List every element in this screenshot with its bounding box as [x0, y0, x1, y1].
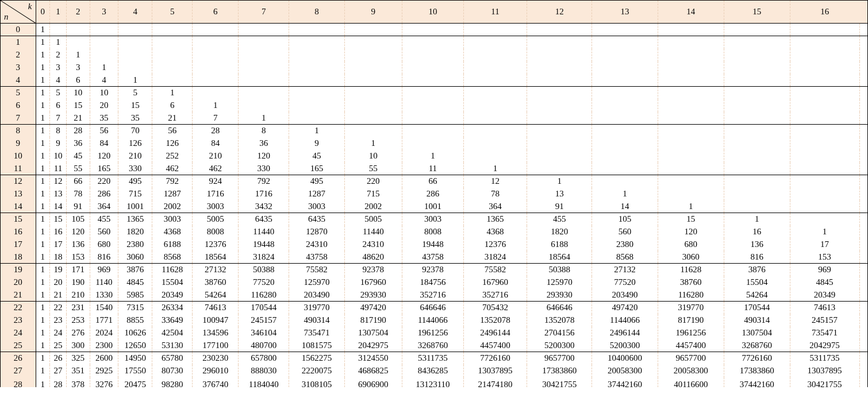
cell: [239, 61, 289, 74]
cell-value: 3: [56, 63, 60, 72]
cell: [724, 150, 790, 163]
cell: 17: [50, 238, 67, 251]
cell-value: 5311735: [418, 353, 448, 362]
cell: [592, 137, 658, 150]
cell-value: 11: [54, 164, 62, 173]
cell: 1307504: [344, 327, 402, 339]
cell-value: 6906900: [345, 380, 402, 387]
cell: 21: [50, 289, 67, 302]
cell-value: 3: [76, 63, 80, 72]
cell: [344, 61, 402, 74]
cell: [790, 74, 859, 87]
cell: 3432: [239, 200, 289, 213]
cell: 11628: [152, 264, 193, 276]
cell-value: 8: [56, 126, 60, 135]
cell: 490314: [724, 314, 790, 327]
cell: 1: [344, 137, 402, 150]
cell: [724, 163, 790, 175]
cell: 245157: [790, 314, 859, 327]
cell: 21474180: [463, 377, 527, 387]
col-header-k1: 1: [50, 1, 67, 24]
cell-value: 1: [41, 214, 45, 223]
row-right-pad: [859, 264, 867, 276]
cell: [402, 137, 464, 150]
cell: [344, 99, 402, 112]
cell-value: 1365: [487, 214, 504, 223]
cell: 1: [36, 314, 50, 327]
cell-value: 167960: [482, 277, 508, 287]
cell-value: 276: [72, 328, 85, 337]
row-header-n7: 7: [1, 112, 36, 125]
cell: 15: [658, 213, 724, 226]
cell: 105: [66, 213, 90, 226]
cell-value: 4686825: [358, 366, 389, 375]
cell: 276: [66, 327, 90, 339]
cell-value: 1: [41, 366, 45, 375]
row-axis-label: n: [4, 12, 9, 22]
table-row: 2712735129251755080730296010888030222007…: [1, 365, 868, 377]
cell: [658, 188, 724, 200]
cell: 330: [239, 163, 289, 175]
col-header-k3: 3: [90, 1, 118, 24]
cell: [463, 74, 527, 87]
cell: 1716: [193, 188, 239, 200]
cell-value: 735471: [304, 328, 329, 337]
cell-value: 705432: [482, 303, 508, 312]
cell-value: 134596: [202, 328, 228, 337]
cell: 1: [36, 238, 50, 251]
cell-value: 15: [53, 214, 62, 223]
cell: 120: [239, 150, 289, 163]
cell: 17550: [118, 365, 152, 377]
row-header-label: 17: [14, 240, 22, 249]
cell: 5005: [193, 213, 239, 226]
cell-value: 3268760: [742, 341, 772, 350]
cell: 3276: [90, 377, 118, 387]
cell-value: 25: [53, 341, 62, 350]
cell-value: 220: [367, 176, 380, 186]
cell-value: 497420: [360, 303, 386, 312]
cell-value: 378: [67, 380, 90, 387]
header-diagonal-cell: k n: [1, 1, 36, 24]
cell: [790, 163, 859, 175]
cell-value: 5: [133, 88, 137, 97]
cell: 286: [90, 188, 118, 200]
cell: 646646: [402, 302, 464, 314]
cell-value: 969: [818, 265, 831, 274]
cell-value: 74613: [205, 303, 226, 312]
cell: 2002: [344, 200, 402, 213]
cell-value: 2925: [95, 366, 113, 375]
row-header-n23: 23: [1, 314, 36, 327]
cell: 4457400: [658, 339, 724, 352]
cell: 27: [50, 365, 67, 377]
cell-value: 92378: [422, 265, 444, 274]
cell: 48620: [344, 251, 402, 264]
cell: [658, 36, 724, 49]
cell-value: 5005: [207, 214, 224, 223]
cell: 735471: [790, 327, 859, 339]
cell: 6: [66, 74, 90, 87]
cell-value: 203490: [612, 290, 638, 299]
cell: [658, 163, 724, 175]
cell-value: 1: [558, 176, 562, 186]
row-header-label: 8: [16, 126, 21, 135]
cell: 220: [90, 175, 118, 188]
cell-value: 1: [41, 75, 45, 84]
cell: 5200300: [527, 339, 592, 352]
cell-value: 38760: [205, 277, 226, 287]
table-body: 0111121213133141464151510105161615201561…: [1, 24, 868, 387]
cell: 28: [50, 377, 67, 387]
cell: 12650: [118, 339, 152, 352]
cell-value: 20: [53, 277, 62, 287]
cell-value: 1961256: [418, 328, 448, 337]
cell: 38760: [193, 276, 239, 289]
cell: [790, 99, 859, 112]
cell: 24: [50, 327, 67, 339]
cell-value: 4: [102, 75, 106, 84]
cell-value: 15504: [162, 277, 183, 287]
cell: 1: [118, 74, 152, 87]
table-row: 1711713668023806188123761944824310243101…: [1, 238, 868, 251]
row-header-label: 24: [14, 328, 22, 337]
cell-value: 1: [41, 277, 45, 287]
cell-value: 80730: [162, 366, 183, 375]
cell: 2002: [152, 200, 193, 213]
